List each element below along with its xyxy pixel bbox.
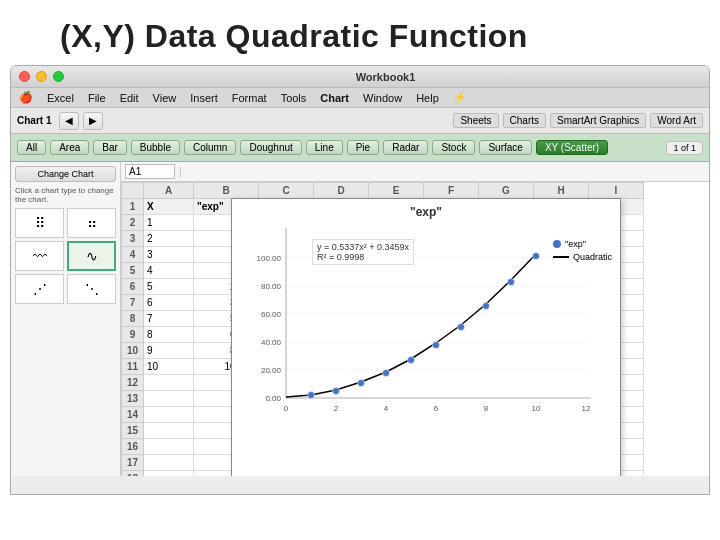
cell-A4[interactable]: 3 [144,247,194,263]
row-header-10: 10 [122,343,144,359]
col-header-C[interactable]: C [259,183,314,199]
legend-series2: Quadratic [553,252,612,262]
col-header-E[interactable]: E [369,183,424,199]
cell-A1[interactable]: X [144,199,194,215]
cell-A2[interactable]: 1 [144,215,194,231]
legend-label-series1: "exp" [565,239,586,249]
cell-A9[interactable]: 8 [144,327,194,343]
scatter-icon-6[interactable]: ⋱ [67,274,116,304]
row-header-18: 18 [122,471,144,477]
chart-icon-grid: ⠿ ⠶ 〰 ∿ ⋰ ⋱ [15,208,116,304]
svg-text:2: 2 [334,404,339,413]
menu-window[interactable]: Window [363,92,402,104]
chart-type-line[interactable]: Line [306,140,343,155]
sheets-tab[interactable]: Sheets [453,113,498,128]
chart-type-bubble[interactable]: Bubble [131,140,180,155]
chart-type-surface[interactable]: Surface [479,140,531,155]
chart-equation: y = 0.5337x² + 0.3459x [317,242,409,252]
page-indicator: 1 of 1 [666,141,703,155]
cell-A17[interactable] [144,455,194,471]
chart-type-all[interactable]: All [17,140,46,155]
menu-apple[interactable]: 🍎 [19,91,33,104]
main-area: Change Chart Click a chart type to chang… [11,162,709,476]
close-button[interactable] [19,71,30,82]
chart-type-area[interactable]: Area [50,140,89,155]
scatter-icon-1[interactable]: ⠿ [15,208,64,238]
scatter-icon-2[interactable]: ⠶ [67,208,116,238]
col-header-H[interactable]: H [534,183,589,199]
cell-A16[interactable] [144,439,194,455]
col-header-G[interactable]: G [479,183,534,199]
row-header-6: 6 [122,279,144,295]
toolbar-back[interactable]: ◀ [59,112,79,130]
menu-insert[interactable]: Insert [190,92,218,104]
cell-A6[interactable]: 5 [144,279,194,295]
corner-cell [122,183,144,199]
row-header-14: 14 [122,407,144,423]
menu-tools[interactable]: Tools [281,92,307,104]
change-chart-button[interactable]: Change Chart [15,166,116,182]
cell-A12[interactable] [144,375,194,391]
legend-label-series2: Quadratic [573,252,612,262]
cell-A5[interactable]: 4 [144,263,194,279]
title-bar: Workbook1 [11,66,709,88]
equation-box: y = 0.5337x² + 0.3459x R² = 0.9998 [312,239,414,265]
chart-type-doughnut[interactable]: Doughnut [240,140,301,155]
minimize-button[interactable] [36,71,47,82]
col-header-I[interactable]: I [589,183,644,199]
name-box[interactable] [125,164,175,179]
cell-A7[interactable]: 6 [144,295,194,311]
svg-point-24 [383,370,390,377]
cell-A13[interactable] [144,391,194,407]
cell-A15[interactable] [144,423,194,439]
row-header-11: 11 [122,359,144,375]
svg-text:20.00: 20.00 [261,366,282,375]
menu-edit[interactable]: Edit [120,92,139,104]
scatter-icon-3[interactable]: 〰 [15,241,64,271]
col-header-A[interactable]: A [144,183,194,199]
row-header-5: 5 [122,263,144,279]
chart-type-column[interactable]: Column [184,140,236,155]
chart-type-xy[interactable]: XY (Scatter) [536,140,608,155]
svg-text:6: 6 [434,404,439,413]
cell-A18[interactable] [144,471,194,477]
chart-type-radar[interactable]: Radar [383,140,428,155]
row-header-7: 7 [122,295,144,311]
chart-type-stock[interactable]: Stock [432,140,475,155]
cell-A14[interactable] [144,407,194,423]
chart-type-bar[interactable]: Bar [93,140,127,155]
cell-A8[interactable]: 7 [144,311,194,327]
excel-window: Workbook1 🍎 Excel File Edit View Insert … [10,65,710,495]
scatter-icon-5[interactable]: ⋰ [15,274,64,304]
charts-tab[interactable]: Charts [503,113,546,128]
col-header-D[interactable]: D [314,183,369,199]
svg-point-21 [308,392,315,399]
svg-text:4: 4 [384,404,389,413]
cell-A10[interactable]: 9 [144,343,194,359]
svg-text:40.00: 40.00 [261,338,282,347]
chart-title: "exp" [238,205,614,219]
col-header-B[interactable]: B [194,183,259,199]
menu-file[interactable]: File [88,92,106,104]
svg-text:100.00: 100.00 [257,254,282,263]
menu-format[interactable]: Format [232,92,267,104]
col-header-F[interactable]: F [424,183,479,199]
scatter-icon-4[interactable]: ∿ [67,241,116,271]
row-header-9: 9 [122,327,144,343]
menu-chart[interactable]: Chart [320,92,349,104]
menu-view[interactable]: View [153,92,177,104]
svg-point-29 [508,279,515,286]
toolbar-forward[interactable]: ▶ [83,112,103,130]
menu-excel[interactable]: Excel [47,92,74,104]
svg-point-23 [358,380,365,387]
menu-help[interactable]: Help [416,92,439,104]
chart-label: Chart 1 [17,115,51,126]
svg-text:0: 0 [284,404,289,413]
cell-A11[interactable]: 10 [144,359,194,375]
cell-A3[interactable]: 2 [144,231,194,247]
smartart-tab[interactable]: SmartArt Graphics [550,113,646,128]
chart-area[interactable]: "exp" "exp" Quadratic [231,198,621,476]
wordart-tab[interactable]: Word Art [650,113,703,128]
maximize-button[interactable] [53,71,64,82]
chart-type-pie[interactable]: Pie [347,140,379,155]
